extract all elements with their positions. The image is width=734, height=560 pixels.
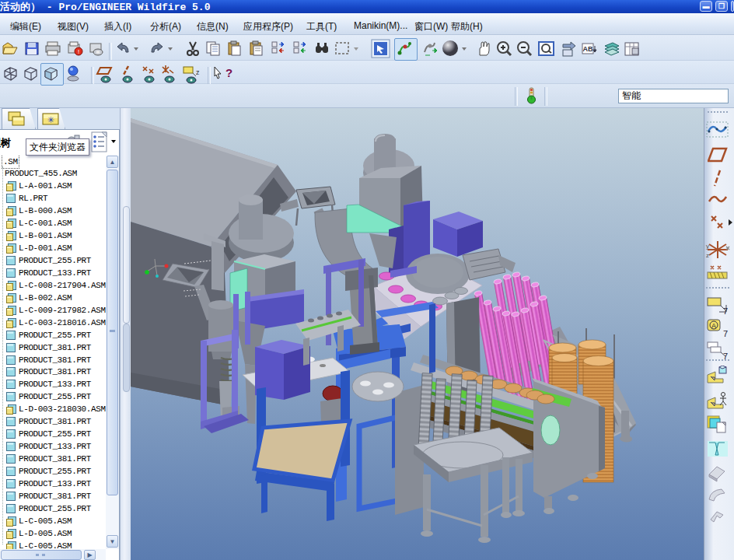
svg-text:✳: ✳ [47,115,54,124]
svg-text:y: y [706,243,709,250]
svg-text:!: ! [78,48,79,55]
svg-text:?: ? [225,66,232,79]
svg-text:7: 7 [723,306,728,316]
svg-text:A: A [711,322,716,330]
svg-text:AB: AB [583,45,593,53]
svg-text:7: 7 [723,329,728,338]
svg-text:z: z [196,68,200,76]
svg-text:z: z [706,252,709,259]
